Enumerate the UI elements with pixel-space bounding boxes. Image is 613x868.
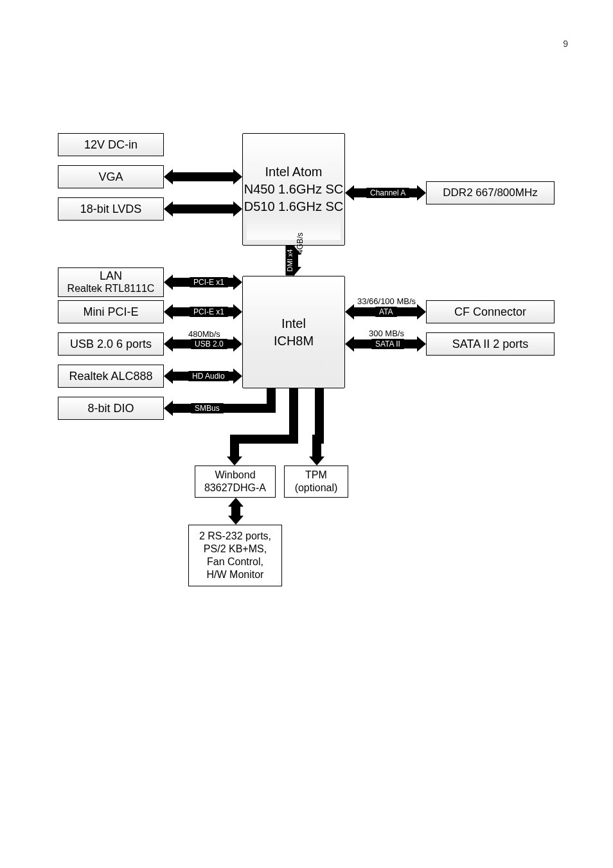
- arrowhead: [309, 457, 324, 466]
- arrowhead: [233, 275, 242, 290]
- arrowhead: [233, 201, 242, 217]
- node-alc888: Realtek ALC888: [58, 365, 164, 388]
- bus-label-channel-a: Channel A: [366, 188, 409, 198]
- label: CF Connector: [454, 305, 526, 320]
- bus-to-tpm-v2: [312, 435, 321, 457]
- label: 8-bit DIO: [87, 401, 134, 416]
- node-lan: LAN Realtek RTL8111C: [58, 267, 164, 297]
- bus-label-ata: ATA: [375, 307, 397, 317]
- usb-rate: 480Mb/s: [188, 329, 220, 339]
- node-winbond: Winbond 83627DHG-A: [195, 466, 276, 498]
- label-line2: PS/2 KB+MS,: [199, 543, 271, 556]
- node-tpm: TPM (optional): [284, 466, 348, 498]
- bus-label-pcie-b: PCI-E x1: [190, 307, 228, 317]
- node-mini-pcie: Mini PCI-E: [58, 300, 164, 323]
- sata-rate: 300 MB/s: [369, 329, 404, 338]
- label-line1: 2 RS-232 ports,: [199, 530, 271, 543]
- label-line2: Realtek RTL8111C: [67, 283, 155, 294]
- label: Mini PCI-E: [83, 305, 138, 320]
- label-line2: 83627DHG-A: [204, 482, 266, 494]
- arrowhead: [233, 304, 242, 320]
- arrowhead: [233, 169, 242, 185]
- label: Realtek ALC888: [69, 369, 152, 384]
- arrowhead: [164, 304, 173, 320]
- label: USB 2.0 6 ports: [70, 337, 152, 352]
- dmi-rate: 4GB/s: [296, 233, 305, 254]
- bus-smbus-v: [267, 388, 276, 413]
- arrowhead: [417, 304, 426, 320]
- bus-label-smbus: SMBus: [191, 403, 224, 413]
- ata-rate: 33/66/100 MB/s: [357, 296, 416, 306]
- bus-label-hdaudio: HD Audio: [188, 371, 229, 381]
- label-line1: Intel Atom: [244, 163, 344, 181]
- bus-label-usb: USB 2.0: [191, 339, 227, 349]
- bus-to-winbond-h: [230, 435, 298, 444]
- bus-label-pcie-a: PCI-E x1: [190, 277, 228, 287]
- arrowhead: [227, 457, 242, 466]
- page-number: 9: [563, 39, 568, 49]
- arrowhead: [345, 304, 354, 320]
- label-line2: ICH8M: [274, 332, 314, 350]
- arrowhead: [228, 516, 244, 525]
- arrowhead: [164, 368, 173, 384]
- bus-lvds-cpu: [173, 204, 233, 213]
- arrowhead: [233, 368, 242, 384]
- bus-label-dmi: DMI x4: [285, 246, 294, 276]
- node-ich8m: Intel ICH8M: [242, 276, 345, 388]
- bus-vga-cpu: [173, 172, 233, 181]
- label: 12V DC-in: [84, 138, 138, 152]
- arrowhead: [164, 169, 173, 185]
- arrowhead: [164, 201, 173, 217]
- node-rs232-ps2-fan-hw: 2 RS-232 ports, PS/2 KB+MS, Fan Control,…: [188, 525, 282, 586]
- node-cf-connector: CF Connector: [426, 300, 555, 323]
- label: VGA: [98, 170, 123, 185]
- arrowhead: [417, 185, 426, 201]
- arrowhead: [164, 336, 173, 352]
- label-line1: Intel: [274, 315, 314, 332]
- label: DDR2 667/800MHz: [443, 186, 537, 199]
- node-dio: 8-bit DIO: [58, 397, 164, 420]
- arrowhead: [164, 401, 173, 416]
- label-line2: (optional): [295, 482, 338, 494]
- arrowhead: [417, 336, 426, 352]
- block-diagram: 9 12V DC-in VGA 18-bit LVDS Intel Atom N…: [0, 0, 613, 868]
- label-line1: LAN: [67, 270, 155, 283]
- arrowhead: [164, 275, 173, 290]
- node-12v-dc-in: 12V DC-in: [58, 133, 164, 156]
- label-line1: TPM: [295, 469, 338, 482]
- label-line2: N450 1.6GHz SC: [244, 181, 344, 198]
- bus-label-sata: SATA II: [371, 339, 404, 349]
- label: 18-bit LVDS: [80, 202, 142, 217]
- label: SATA II 2 ports: [452, 337, 528, 352]
- node-usb: USB 2.0 6 ports: [58, 332, 164, 356]
- arrowhead: [233, 336, 242, 352]
- node-sata: SATA II 2 ports: [426, 332, 555, 356]
- node-lvds: 18-bit LVDS: [58, 197, 164, 221]
- node-ddr2: DDR2 667/800MHz: [426, 181, 555, 204]
- node-cpu: Intel Atom N450 1.6GHz SC D510 1.6GHz SC: [242, 133, 345, 246]
- label-line3: D510 1.6GHz SC: [244, 198, 344, 215]
- node-vga: VGA: [58, 165, 164, 188]
- label-line3: Fan Control,: [199, 556, 271, 568]
- label-line4: H/W Monitor: [199, 568, 271, 581]
- bus-smbus-h: [173, 404, 276, 413]
- arrowhead: [345, 336, 354, 352]
- arrowhead: [345, 185, 354, 201]
- bus-to-winbond-v2: [230, 435, 239, 457]
- label-line1: Winbond: [204, 469, 266, 482]
